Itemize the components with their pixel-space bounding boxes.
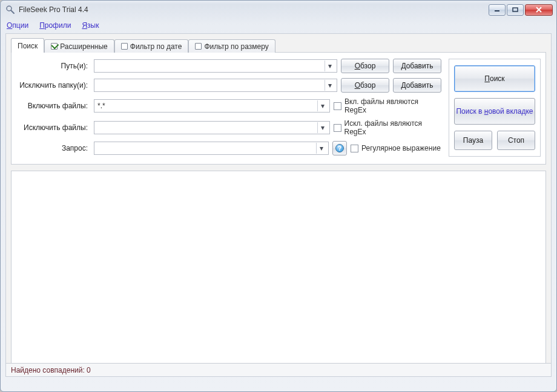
checkbox-icon — [51, 43, 58, 50]
menu-options[interactable]: Опции — [7, 21, 28, 30]
svg-rect-3 — [513, 8, 518, 11]
label-include-files: Включить файлы: — [16, 102, 90, 110]
row-exclude-folders: Исключить папку(и): ▾ Обзор Добавить — [16, 78, 441, 93]
app-icon — [5, 5, 15, 15]
browse-paths-button[interactable]: Обзор — [341, 59, 389, 73]
chevron-down-icon: ▾ — [317, 122, 328, 133]
pause-stop-row: Пауза Стоп — [454, 131, 535, 150]
window-title: FileSeek Pro Trial 4.4 — [19, 5, 88, 14]
tab-date-filter[interactable]: Фильтр по дате — [114, 39, 189, 53]
client-area: Поиск Расширенные Фильтр по дате Фильтр … — [5, 33, 552, 377]
chevron-down-icon: ▾ — [317, 100, 328, 111]
chevron-down-icon: ▾ — [316, 143, 326, 154]
checkbox-icon — [334, 102, 341, 110]
include-regex-checkbox[interactable]: Вкл. файлы являются RegEx — [334, 97, 441, 114]
label-exclude-files: Исключить файлы: — [16, 123, 90, 132]
label-paths: Путь(и): — [16, 62, 90, 70]
exclude-regex-checkbox[interactable]: Искл. файлы являются RegEx — [334, 119, 441, 136]
side-panel: Поиск Поиск в новой вкладке Пауза Стоп — [449, 59, 541, 157]
combo-value: *.* — [97, 102, 105, 110]
app-window: FileSeek Pro Trial 4.4 Опции Профили Язы… — [0, 0, 557, 392]
tab-label: Фильтр по дате — [130, 42, 182, 51]
titlebar: FileSeek Pro Trial 4.4 — [1, 1, 556, 19]
include-files-input[interactable]: *.* ▾ — [94, 99, 330, 113]
checkbox-icon — [334, 124, 341, 132]
checkbox-label: Регулярное выражение — [361, 144, 441, 152]
checkbox-icon — [351, 145, 358, 152]
browse-exclude-button[interactable]: Обзор — [341, 78, 389, 93]
query-help-button[interactable]: ? — [332, 141, 347, 155]
search-button[interactable]: Поиск — [454, 65, 535, 92]
row-include-files: Включить файлы: *.* ▾ Вкл. файлы являютс… — [16, 97, 441, 114]
maximize-button[interactable] — [507, 4, 524, 16]
add-path-button[interactable]: Добавить — [393, 59, 441, 73]
chevron-down-icon: ▾ — [325, 60, 335, 71]
add-exclude-button[interactable]: Добавить — [393, 78, 441, 93]
checkbox-label: Вкл. файлы являются RegEx — [344, 97, 441, 114]
results-panel — [11, 171, 546, 374]
tab-advanced[interactable]: Расширенные — [44, 39, 114, 53]
checkbox-label: Искл. файлы являются RegEx — [344, 119, 441, 136]
regex-checkbox[interactable]: Регулярное выражение — [351, 144, 441, 152]
pause-button[interactable]: Пауза — [454, 131, 492, 150]
help-icon: ? — [335, 144, 344, 152]
tab-body: Путь(и): ▾ Обзор Добавить Исключить папк… — [11, 52, 546, 165]
row-paths: Путь(и): ▾ Обзор Добавить — [16, 59, 441, 73]
tabs-region: Поиск Расширенные Фильтр по дате Фильтр … — [11, 38, 546, 165]
exclude-files-input[interactable]: ▾ — [94, 121, 330, 134]
menubar: Опции Профили Язык — [1, 19, 556, 32]
tab-label: Расширенные — [60, 42, 108, 51]
tab-size-filter[interactable]: Фильтр по размеру — [188, 39, 275, 53]
svg-line-1 — [11, 10, 14, 13]
form-column: Путь(и): ▾ Обзор Добавить Исключить папк… — [16, 59, 441, 157]
search-new-tab-button[interactable]: Поиск в новой вкладке — [454, 98, 535, 125]
row-exclude-files: Исключить файлы: ▾ Искл. файлы являются … — [16, 119, 441, 136]
tab-label: Поиск — [18, 42, 38, 50]
menu-language[interactable]: Язык — [82, 21, 99, 30]
checkbox-icon — [121, 43, 128, 50]
close-button[interactable] — [525, 4, 553, 16]
paths-input[interactable]: ▾ — [94, 59, 337, 73]
label-exclude-folders: Исключить папку(и): — [16, 81, 90, 90]
row-query: Запрос: ▾ ? Регулярное выражение — [16, 141, 441, 155]
tab-label: Фильтр по размеру — [204, 42, 268, 51]
stop-button[interactable]: Стоп — [497, 131, 535, 150]
status-bar: Найдено совпадений: 0 — [6, 363, 551, 376]
label-query: Запрос: — [16, 144, 90, 152]
exclude-folders-input[interactable]: ▾ — [94, 79, 337, 92]
menu-profiles[interactable]: Профили — [39, 21, 71, 30]
chevron-down-icon: ▾ — [325, 80, 335, 91]
checkbox-icon — [195, 43, 202, 50]
query-input[interactable]: ▾ — [94, 142, 329, 155]
tab-search[interactable]: Поиск — [11, 38, 44, 53]
minimize-button[interactable] — [489, 4, 506, 16]
tab-row: Поиск Расширенные Фильтр по дате Фильтр … — [11, 38, 546, 52]
status-matches: Найдено совпадений: 0 — [11, 366, 91, 374]
